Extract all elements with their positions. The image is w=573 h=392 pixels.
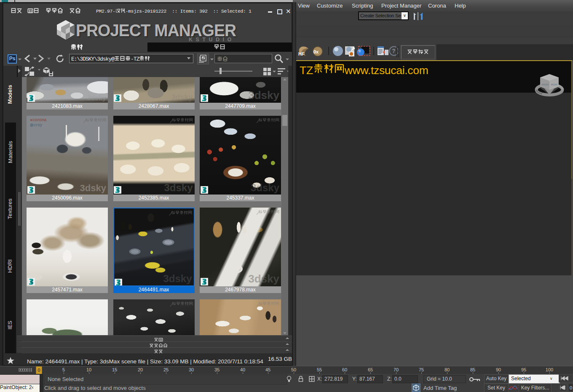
svg-text:0: 0 (570, 385, 572, 390)
svg-text:FRONT: FRONT (542, 83, 549, 86)
svg-text:?: ? (392, 48, 396, 54)
svg-text:0x: 0x (313, 49, 319, 54)
svg-text:RIGHT: RIGHT (551, 83, 558, 86)
svg-text:HF: HF (298, 51, 305, 56)
